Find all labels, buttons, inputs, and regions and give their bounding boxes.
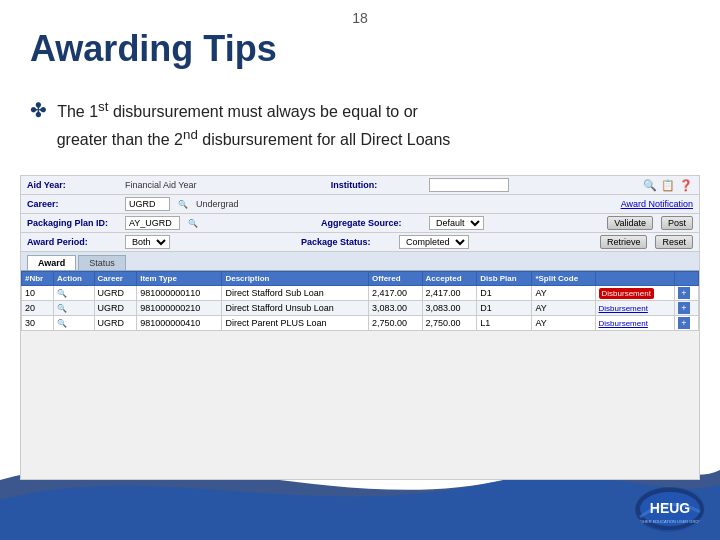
career-label: Career: xyxy=(27,199,117,209)
col-offered: Offered xyxy=(369,272,422,286)
cell-add[interactable]: + xyxy=(674,301,698,316)
cell-offered: 2,750.00 xyxy=(369,316,422,331)
reset-button[interactable]: Reset xyxy=(655,235,693,249)
cell-nbr: 20 xyxy=(22,301,54,316)
col-accepted: Accepted xyxy=(422,272,477,286)
col-disb-plan: Disb Plan xyxy=(477,272,532,286)
form-row-4: Award Period: Both Package Status: Compl… xyxy=(21,233,699,252)
form-row-3: Packaging Plan ID: AY_UGRD 🔍 Aggregate S… xyxy=(21,214,699,233)
aggregate-source-select[interactable]: Default xyxy=(429,216,484,230)
packaging-plan-input[interactable]: AY_UGRD xyxy=(125,216,180,230)
cell-nbr: 30 xyxy=(22,316,54,331)
screenshot-area: Aid Year: Financial Aid Year Institution… xyxy=(20,175,700,480)
cell-accepted: 2,750.00 xyxy=(422,316,477,331)
retrieve-button[interactable]: Retrieve xyxy=(600,235,648,249)
col-description: Description xyxy=(222,272,369,286)
col-action: Action xyxy=(54,272,95,286)
cell-offered: 2,417.00 xyxy=(369,286,422,301)
cell-career: UGRD xyxy=(94,316,137,331)
cell-add[interactable]: + xyxy=(674,286,698,301)
institution-input[interactable] xyxy=(429,178,509,192)
post-button[interactable]: Post xyxy=(661,216,693,230)
superscript-1st: st xyxy=(98,99,108,114)
cell-add[interactable]: + xyxy=(674,316,698,331)
career-input[interactable]: UGRD xyxy=(125,197,170,211)
career-code: UGRD xyxy=(129,199,156,209)
slide: 18 Awarding Tips ✤ The 1st disbursuremen… xyxy=(0,0,720,540)
cell-career: UGRD xyxy=(94,301,137,316)
page-number: 18 xyxy=(352,10,368,26)
tab-status[interactable]: Status xyxy=(78,255,126,270)
cell-split-code: AY xyxy=(532,301,595,316)
heug-logo-circle: HEUG HIGHER EDUCATION USER GROUP xyxy=(635,487,705,532)
cell-action[interactable]: 🔍 xyxy=(54,286,95,301)
svg-text:HEUG: HEUG xyxy=(650,500,691,516)
table-row: 30 🔍 UGRD 981000000410 Direct Parent PLU… xyxy=(22,316,699,331)
svg-text:HIGHER EDUCATION USER GROUP: HIGHER EDUCATION USER GROUP xyxy=(636,519,704,524)
cell-disb-plan: L1 xyxy=(477,316,532,331)
cell-description: Direct Stafford Unsub Loan xyxy=(222,301,369,316)
toolbar-icon-2[interactable]: 📋 xyxy=(661,179,675,192)
table-row: 10 🔍 UGRD 981000000110 Direct Stafford S… xyxy=(22,286,699,301)
award-period-label: Award Period: xyxy=(27,237,117,247)
form-row-2: Career: UGRD 🔍 Undergrad Award Notificat… xyxy=(21,195,699,214)
packaging-search-icon[interactable]: 🔍 xyxy=(188,219,198,228)
career-text: Undergrad xyxy=(196,199,239,209)
cell-item-type: 981000000110 xyxy=(137,286,222,301)
col-disbursement xyxy=(595,272,674,286)
institution-label: Institution: xyxy=(331,180,421,190)
package-status-select[interactable]: Completed xyxy=(399,235,469,249)
bullet-line1b: disbursurement must always be equal to o… xyxy=(108,103,417,120)
cell-action[interactable]: 🔍 xyxy=(54,301,95,316)
bullet-line2: greater than the 2 xyxy=(57,131,183,148)
cell-disb-plan: D1 xyxy=(477,301,532,316)
col-nbr: #Nbr xyxy=(22,272,54,286)
superscript-2nd: nd xyxy=(183,127,198,142)
cell-item-type: 981000000410 xyxy=(137,316,222,331)
aggregate-source-label: Aggregate Source: xyxy=(321,218,421,228)
cell-career: UGRD xyxy=(94,286,137,301)
col-add xyxy=(674,272,698,286)
packaging-plan-label: Packaging Plan ID: xyxy=(27,218,117,228)
cell-action[interactable]: 🔍 xyxy=(54,316,95,331)
aid-year-value: Financial Aid Year xyxy=(125,180,197,190)
awards-table-container: #Nbr Action Career Item Type Description… xyxy=(21,271,699,331)
award-period-select[interactable]: Both xyxy=(125,235,170,249)
packaging-plan-value: AY_UGRD xyxy=(129,218,172,228)
aid-year-label: Aid Year: xyxy=(27,180,117,190)
award-notification-link[interactable]: Award Notification xyxy=(621,199,693,209)
cell-split-code: AY xyxy=(532,286,595,301)
tab-award[interactable]: Award xyxy=(27,255,76,270)
slide-title: Awarding Tips xyxy=(30,28,277,70)
table-row: 20 🔍 UGRD 981000000210 Direct Stafford U… xyxy=(22,301,699,316)
tabs-container: Award Status xyxy=(21,252,699,271)
validate-button[interactable]: Validate xyxy=(607,216,653,230)
career-search-icon[interactable]: 🔍 xyxy=(178,200,188,209)
cell-accepted: 3,083.00 xyxy=(422,301,477,316)
cell-description: Direct Stafford Sub Loan xyxy=(222,286,369,301)
cell-split-code: AY xyxy=(532,316,595,331)
heug-logo: HEUG HIGHER EDUCATION USER GROUP xyxy=(635,487,705,532)
bullet-text: ✤ The 1st disbursurement must always be … xyxy=(30,95,690,152)
cell-disb-plan: D1 xyxy=(477,286,532,301)
cell-accepted: 2,417.00 xyxy=(422,286,477,301)
bullet-line2b: disbursurement for all Direct Loans xyxy=(198,131,451,148)
cell-disbursement-link[interactable]: Disbursement xyxy=(595,286,674,301)
cell-disbursement-link[interactable]: Disbursement xyxy=(595,316,674,331)
bullet-icon: ✤ xyxy=(30,99,47,121)
toolbar-icon-1[interactable]: 🔍 xyxy=(643,179,657,192)
cell-description: Direct Parent PLUS Loan xyxy=(222,316,369,331)
col-career: Career xyxy=(94,272,137,286)
awards-table: #Nbr Action Career Item Type Description… xyxy=(21,271,699,331)
cell-item-type: 981000000210 xyxy=(137,301,222,316)
cell-nbr: 10 xyxy=(22,286,54,301)
heug-logo-svg: HEUG HIGHER EDUCATION USER GROUP xyxy=(635,487,705,532)
toolbar-icon-3[interactable]: ❓ xyxy=(679,179,693,192)
cell-offered: 3,083.00 xyxy=(369,301,422,316)
cell-disbursement-link[interactable]: Disbursement xyxy=(595,301,674,316)
bullet-line1: The 1 xyxy=(57,103,98,120)
col-split-code: *Split Code xyxy=(532,272,595,286)
form-row-1: Aid Year: Financial Aid Year Institution… xyxy=(21,176,699,195)
package-status-label: Package Status: xyxy=(301,237,391,247)
col-item-type: Item Type xyxy=(137,272,222,286)
